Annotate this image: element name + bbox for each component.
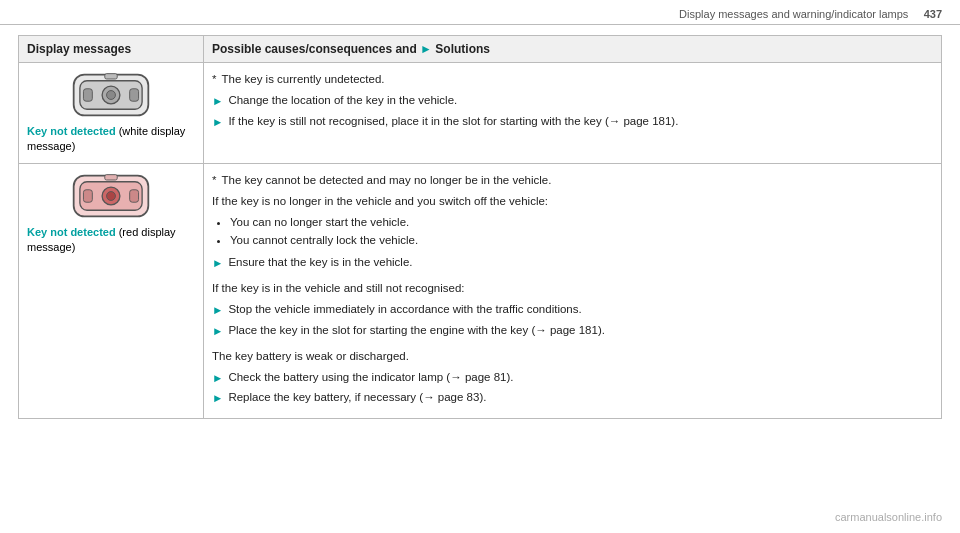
arrow-item-2-1: ► Ensure that the key is in the vehicle. <box>212 254 933 272</box>
svg-rect-13 <box>105 174 117 179</box>
svg-rect-5 <box>130 89 139 101</box>
para-1: If the key is no longer in the vehicle a… <box>212 193 933 210</box>
page-header: Display messages and warning/indicator l… <box>0 0 960 25</box>
bullet-list-1: You can no longer start the vehicle. You… <box>230 214 933 249</box>
star-icon-2: * <box>212 172 216 189</box>
arrow-solutions-icon: ► <box>420 42 432 56</box>
key-label-2: Key not detected (red dis­play message) <box>27 225 195 256</box>
col2-text-part1: Possible causes/consequences and <box>212 42 420 56</box>
arrow-icon-2-1: ► <box>212 255 223 272</box>
solutions-cell-1: * The key is currently undetected. ► Cha… <box>204 63 942 164</box>
key-label-highlight-1: Key not detected <box>27 125 116 137</box>
arrow-text-2-2: Stop the vehicle immediately in accordan… <box>228 301 581 318</box>
header-text: Display messages and warning/indicator l… <box>679 8 908 20</box>
arrow-icon-1-1: ► <box>212 93 223 110</box>
watermark: carmanualsonline.info <box>835 511 942 523</box>
list-item: You can no longer start the vehicle. <box>230 214 933 231</box>
col-display-header: Display messages <box>19 36 204 63</box>
star-icon-1: * <box>212 71 216 88</box>
star-item-2: * The key cannot be detected and may no … <box>212 172 933 189</box>
table-row: Key not detected (white dis­play message… <box>19 63 942 164</box>
key-icon-container-1 <box>27 71 195 119</box>
arrow-text-1-2: If the key is still not recognised, plac… <box>228 113 678 130</box>
star-text-2: The key cannot be detected and may no lo… <box>221 172 551 189</box>
svg-rect-12 <box>130 190 139 202</box>
star-text-1: The key is currently undetected. <box>221 71 384 88</box>
svg-rect-6 <box>105 74 117 79</box>
arrow-item-2-3: ► Place the key in the slot for starting… <box>212 322 933 340</box>
svg-point-3 <box>107 91 116 100</box>
arrow-icon-1-2: ► <box>212 114 223 131</box>
arrow-text-2-5: Replace the key battery, if necessary (→… <box>228 389 486 406</box>
table-header-row: Display messages Possible causes/consequ… <box>19 36 942 63</box>
para-3: The key battery is weak or discharged. <box>212 348 933 365</box>
arrow-item-1-2: ► If the key is still not recognised, pl… <box>212 113 933 131</box>
svg-rect-11 <box>83 190 92 202</box>
solutions-cell-2: * The key cannot be detected and may no … <box>204 163 942 418</box>
key-label-1: Key not detected (white dis­play message… <box>27 124 195 155</box>
key-fob-icon-white <box>71 71 151 119</box>
arrow-text-2-1: Ensure that the key is in the vehicle. <box>228 254 412 271</box>
key-fob-icon-red <box>71 172 151 220</box>
svg-point-10 <box>107 191 116 200</box>
list-item: You cannot centrally lock the vehicle. <box>230 232 933 249</box>
key-label-highlight-2: Key not detected <box>27 226 116 238</box>
svg-rect-4 <box>83 89 92 101</box>
display-cell-1: Key not detected (white dis­play message… <box>19 63 204 164</box>
arrow-text-1-1: Change the location of the key in the ve… <box>228 92 457 109</box>
star-item-1: * The key is currently undetected. <box>212 71 933 88</box>
main-table: Display messages Possible causes/consequ… <box>18 35 942 419</box>
arrow-item-2-2: ► Stop the vehicle immediately in accord… <box>212 301 933 319</box>
arrow-icon-2-4: ► <box>212 370 223 387</box>
col-solutions-header: Possible causes/consequences and ► Solut… <box>204 36 942 63</box>
page-number: 437 <box>924 8 942 20</box>
key-icon-container-2 <box>27 172 195 220</box>
display-cell-2: Key not detected (red dis­play message) <box>19 163 204 418</box>
table-row: Key not detected (red dis­play message) … <box>19 163 942 418</box>
col2-text-part2: Solutions <box>432 42 490 56</box>
arrow-item-2-4: ► Check the battery using the indicator … <box>212 369 933 387</box>
arrow-text-2-4: Check the battery using the indicator la… <box>228 369 513 386</box>
arrow-icon-2-5: ► <box>212 390 223 407</box>
para-2: If the key is in the vehicle and still n… <box>212 280 933 297</box>
arrow-icon-2-3: ► <box>212 323 223 340</box>
arrow-text-2-3: Place the key in the slot for starting t… <box>228 322 605 339</box>
arrow-item-2-5: ► Replace the key battery, if necessary … <box>212 389 933 407</box>
arrow-icon-2-2: ► <box>212 302 223 319</box>
table-wrapper: Display messages Possible causes/consequ… <box>0 25 960 429</box>
arrow-item-1-1: ► Change the location of the key in the … <box>212 92 933 110</box>
